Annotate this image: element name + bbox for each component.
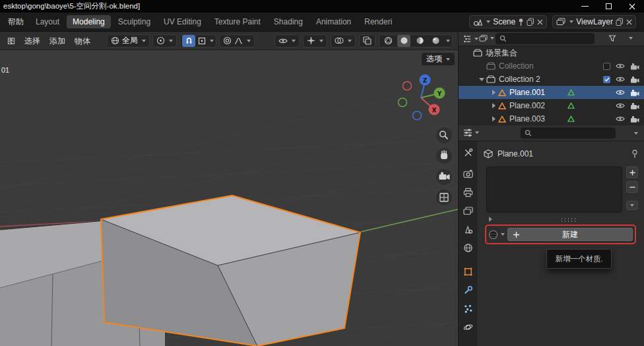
plane-003-hide-icon[interactable]: [616, 116, 625, 122]
mesh-data-icon[interactable]: [567, 116, 575, 122]
tab-tool[interactable]: [462, 147, 474, 158]
collection-2-render-icon[interactable]: [630, 76, 639, 83]
outliner-row-scene-collection[interactable]: 场景集合: [459, 46, 644, 59]
mesh-data-icon[interactable]: [567, 89, 575, 96]
browse-material-dropdown[interactable]: [488, 230, 505, 240]
workspace-tab-modeling[interactable]: Modeling: [67, 15, 111, 28]
viewlayer-selector[interactable]: ViewLayer: [552, 15, 636, 28]
expand-arrow-icon[interactable]: [492, 103, 496, 108]
scene-collection-label: 场景集合: [486, 48, 517, 59]
collection-render-icon[interactable]: [630, 63, 639, 70]
collection-2-hide-icon[interactable]: [616, 76, 625, 83]
collection-hide-icon[interactable]: [616, 63, 625, 69]
maximize-button[interactable]: [596, 0, 620, 13]
pin-icon[interactable]: [631, 149, 638, 158]
tab-object[interactable]: [462, 265, 474, 277]
overlays-dropdown[interactable]: [331, 34, 356, 48]
outliner-row-plane-003[interactable]: Plane.003: [459, 112, 644, 125]
menu-view[interactable]: 图: [3, 32, 20, 50]
viewlayer-new-icon[interactable]: [616, 18, 624, 26]
tab-modifiers[interactable]: [462, 284, 474, 296]
material-specials-button[interactable]: [626, 201, 638, 210]
gizmo-z-negative[interactable]: [413, 112, 422, 120]
breadcrumb-object-name[interactable]: Plane.001: [498, 149, 533, 158]
gizmo-x-negative[interactable]: [403, 82, 412, 90]
tab-physics[interactable]: [462, 321, 474, 333]
tab-render[interactable]: [462, 168, 474, 180]
properties-search-input[interactable]: [521, 127, 616, 139]
outliner-editor-icon: [463, 34, 472, 43]
xray-toggle[interactable]: [359, 34, 375, 48]
workspace-tab-texture-paint[interactable]: Texture Paint: [209, 15, 267, 28]
material-slot-list[interactable]: [486, 166, 622, 213]
outliner-search-input[interactable]: [496, 33, 595, 44]
workspace-tab-rendering[interactable]: Renderi: [358, 15, 398, 28]
new-material-button[interactable]: 新建: [507, 228, 633, 241]
expand-arrow-icon[interactable]: [492, 116, 496, 121]
outliner-filter-button[interactable]: [606, 33, 618, 44]
plane-001-render-icon[interactable]: [630, 89, 639, 96]
scene-name[interactable]: Scene: [493, 17, 515, 26]
gizmos-dropdown[interactable]: [303, 34, 327, 48]
plane-002-hide-icon[interactable]: [616, 102, 625, 109]
tab-world[interactable]: [462, 242, 474, 254]
proportional-editing-group[interactable]: [219, 34, 255, 48]
close-button[interactable]: [620, 0, 644, 13]
workspace-tab-sculpting[interactable]: Sculpting: [112, 15, 156, 28]
visibility-dropdown[interactable]: [274, 34, 300, 48]
menu-object[interactable]: 物体: [70, 32, 95, 50]
viewport-3d-scene[interactable]: Z Y X: [0, 50, 458, 346]
tab-output[interactable]: [462, 186, 474, 198]
collapse-arrow-icon[interactable]: [479, 78, 484, 81]
collection-2-exclude-checkbox[interactable]: [603, 76, 610, 83]
menu-add[interactable]: 添加: [45, 32, 70, 50]
tab-scene[interactable]: [462, 223, 474, 235]
panel-drag-grip[interactable]: [560, 217, 577, 222]
properties-options-chevron-icon[interactable]: [634, 132, 638, 135]
transform-orientation-dropdown[interactable]: 全局: [107, 34, 150, 48]
shading-solid-button[interactable]: [397, 35, 410, 47]
workspace-tab-uv-editing[interactable]: UV Editing: [158, 15, 207, 28]
preview-expand-icon[interactable]: [489, 217, 492, 222]
viewport[interactable]: Z Y X: [0, 50, 458, 346]
outliner-row-plane-002[interactable]: Plane.002: [459, 99, 644, 112]
outliner-row-collection[interactable]: Collection: [459, 59, 644, 73]
scene-pin-icon[interactable]: [518, 18, 524, 26]
collection-exclude-checkbox[interactable]: [603, 63, 610, 70]
viewlayer-remove-icon[interactable]: [626, 19, 632, 25]
mesh-data-icon[interactable]: [567, 102, 575, 109]
workspace-tab-layout[interactable]: Layout: [30, 15, 65, 28]
shading-wireframe-button[interactable]: [381, 35, 395, 47]
pivot-icon: [156, 36, 165, 45]
viewport-options-button[interactable]: 选项: [422, 53, 455, 65]
tab-view-layer[interactable]: [462, 205, 474, 217]
outliner-row-plane-001[interactable]: Plane.001: [459, 86, 644, 99]
workspace-tab-animation[interactable]: Animation: [310, 15, 357, 28]
outliner-panel: 场景集合 Collection: [459, 32, 644, 125]
gizmo-y-negative[interactable]: [399, 98, 407, 107]
remove-material-slot-button[interactable]: [626, 181, 638, 193]
pivot-point-dropdown[interactable]: [152, 34, 177, 48]
snap-toggle[interactable]: [182, 35, 195, 47]
add-material-slot-button[interactable]: [626, 166, 638, 178]
properties-editor-type-button[interactable]: [461, 127, 481, 138]
shading-material-button[interactable]: [413, 35, 426, 47]
menu-select[interactable]: 选择: [20, 32, 45, 50]
outliner-display-mode-button[interactable]: [477, 33, 496, 44]
snap-target-icon[interactable]: [198, 37, 206, 45]
plane-001-hide-icon[interactable]: [616, 89, 625, 96]
plane-003-render-icon[interactable]: [630, 116, 639, 123]
plane-002-render-icon[interactable]: [630, 102, 639, 110]
scene-selector[interactable]: Scene: [469, 15, 547, 28]
tab-particles[interactable]: [462, 302, 474, 314]
shading-rendered-button[interactable]: [429, 35, 442, 47]
scene-new-icon[interactable]: [527, 18, 534, 26]
outliner-row-collection-2[interactable]: Collection 2: [459, 73, 644, 86]
scene-unlink-icon[interactable]: [537, 19, 543, 25]
expand-arrow-icon[interactable]: [492, 90, 496, 95]
minimize-button[interactable]: [573, 0, 596, 13]
workspace-tab-shading[interactable]: Shading: [268, 15, 309, 28]
zoom-tool-button[interactable]: [436, 127, 452, 143]
viewlayer-name[interactable]: ViewLayer: [576, 17, 613, 26]
menu-help[interactable]: 帮助: [3, 13, 29, 31]
